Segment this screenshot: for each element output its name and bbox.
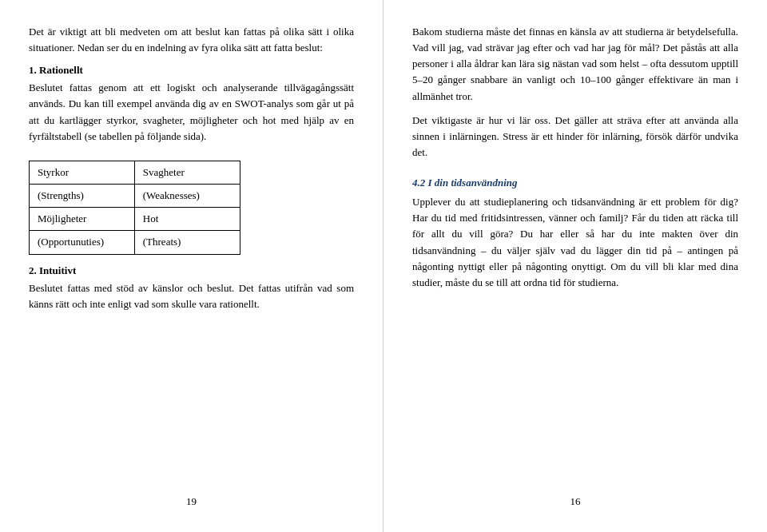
right-heading-1: 4.2 I din tidsanvändning bbox=[412, 177, 738, 189]
swot-cell-left: Möjligheter bbox=[30, 208, 135, 231]
swot-cell-right: Hot bbox=[134, 208, 240, 231]
left-heading-1: 1. Rationellt bbox=[29, 64, 354, 77]
right-page: Bakom studierna måste det finnas en käns… bbox=[384, 0, 767, 532]
left-page-number: 19 bbox=[29, 487, 354, 508]
swot-row: (Opportunuties)(Threats) bbox=[30, 231, 240, 254]
left-paragraph-2: Beslutet fattas genom att ett logiskt oc… bbox=[29, 80, 354, 145]
swot-row: MöjligheterHot bbox=[30, 208, 240, 231]
swot-cell-right: Svagheter bbox=[134, 161, 240, 184]
swot-cell-right: (Weaknesses) bbox=[134, 185, 240, 208]
right-paragraph-3: Upplever du att studieplanering och tids… bbox=[412, 194, 738, 291]
left-heading-2: 2. Intuitivt bbox=[29, 264, 354, 277]
swot-cell-left: (Opportunuties) bbox=[30, 231, 135, 254]
right-page-number: 16 bbox=[412, 487, 738, 508]
left-paragraph-1: Det är viktigt att bli medveten om att b… bbox=[29, 24, 354, 56]
swot-cell-right: (Threats) bbox=[134, 231, 240, 254]
left-page: Det är viktigt att bli medveten om att b… bbox=[0, 0, 384, 532]
page-spread: Det är viktigt att bli medveten om att b… bbox=[0, 0, 767, 532]
swot-row: StyrkorSvagheter bbox=[30, 161, 240, 184]
swot-cell-left: (Strengths) bbox=[30, 185, 135, 208]
swot-table: StyrkorSvagheter(Strengths)(Weaknesses)M… bbox=[29, 161, 240, 255]
right-paragraph-1: Bakom studierna måste det finnas en käns… bbox=[412, 24, 738, 105]
swot-row: (Strengths)(Weaknesses) bbox=[30, 185, 240, 208]
left-paragraph-3: Beslutet fattas med stöd av känslor och … bbox=[29, 280, 354, 312]
swot-cell-left: Styrkor bbox=[30, 161, 135, 184]
right-paragraph-2: Det viktigaste är hur vi lär oss. Det gä… bbox=[412, 113, 738, 161]
